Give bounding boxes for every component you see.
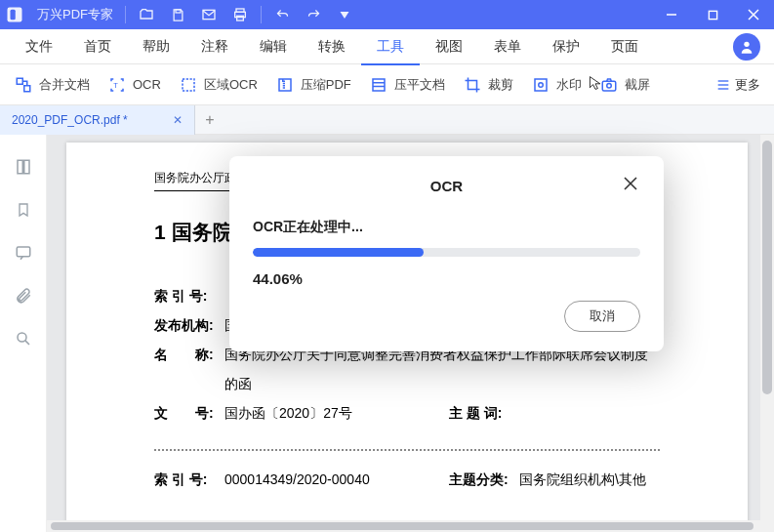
label-index2: 索 引 号: [154, 465, 224, 494]
ocr-button[interactable]: T OCR [103, 71, 165, 99]
print-icon[interactable] [231, 6, 249, 23]
ribbon-overflow[interactable]: 更多 [710, 71, 764, 99]
compress-icon [275, 75, 295, 95]
compress-button[interactable]: 压缩PDF [271, 71, 355, 99]
menu-home[interactable]: 首页 [68, 29, 127, 63]
menu-help[interactable]: 帮助 [127, 29, 185, 63]
crop-icon [463, 75, 482, 95]
menu-page[interactable]: 页面 [595, 29, 654, 63]
ocr-progress-dialog: OCR OCR正在处理中... 44.06% 取消 [229, 156, 664, 351]
scroll-thumb[interactable] [762, 141, 772, 394]
area-ocr-label: 区域OCR [204, 76, 258, 94]
merge-button[interactable]: 合并文档 [10, 71, 94, 99]
app-name: 万兴PDF专家 [37, 6, 113, 23]
quick-actions [138, 6, 249, 23]
save-icon[interactable] [169, 6, 186, 23]
redo-icon[interactable] [305, 6, 322, 23]
label-name: 名 称: [154, 340, 224, 398]
label-docnum: 文 号: [154, 398, 224, 428]
svg-rect-13 [24, 85, 30, 91]
ribbon-tools: 合并文档 T OCR 区域OCR 压缩PDF 压平文档 裁剪 水印 截屏 更多 [0, 64, 774, 105]
ocr-label: OCR [133, 77, 161, 92]
maximize-button[interactable] [692, 0, 733, 29]
header-left: 国务院办公厅政 [154, 170, 236, 186]
progress-fill [253, 248, 424, 257]
cancel-button[interactable]: 取消 [564, 301, 640, 332]
merge-icon [14, 75, 33, 95]
svg-rect-8 [709, 11, 716, 19]
menu-protect[interactable]: 保护 [537, 29, 595, 63]
label-publisher: 发布机构: [154, 310, 224, 340]
search-icon[interactable] [13, 328, 34, 349]
menu-form[interactable]: 表单 [478, 29, 537, 63]
svg-point-30 [18, 333, 26, 342]
flatten-button[interactable]: 压平文档 [365, 71, 449, 99]
svg-rect-12 [17, 78, 22, 84]
crop-label: 裁剪 [488, 76, 513, 94]
title-bar: 万兴PDF专家 [0, 0, 774, 29]
svg-rect-15 [183, 79, 194, 91]
compress-label: 压缩PDF [301, 76, 351, 94]
value-category: 国务院组织机构\其他 [519, 465, 660, 494]
minimize-button[interactable] [651, 0, 692, 29]
app-logo [0, 0, 29, 29]
more-label: 更多 [735, 76, 760, 94]
flatten-label: 压平文档 [394, 76, 445, 94]
svg-line-31 [24, 341, 28, 345]
hamburger-icon [713, 75, 733, 95]
svg-text:T: T [113, 81, 118, 90]
comments-icon[interactable] [13, 242, 34, 264]
tab-close-icon[interactable]: ✕ [173, 113, 183, 127]
svg-point-23 [607, 83, 612, 88]
label-index: 索 引 号: [154, 281, 224, 310]
close-button[interactable] [733, 0, 774, 29]
camera-icon [599, 75, 619, 95]
window-controls [651, 0, 774, 29]
thumbnails-icon[interactable] [13, 156, 34, 178]
tab-bar: 2020_PDF_OCR.pdf * ✕ + [0, 105, 774, 135]
separator [125, 6, 126, 23]
menu-view[interactable]: 视图 [420, 29, 478, 63]
mail-icon[interactable] [200, 6, 218, 23]
menu-file[interactable]: 文件 [10, 29, 68, 63]
dialog-title: OCR [430, 178, 463, 194]
menu-edit[interactable]: 编辑 [244, 29, 303, 63]
watermark-button[interactable]: 水印 [527, 71, 586, 99]
svg-point-11 [744, 41, 749, 46]
value-docnum: 国办函〔2020〕27号 [224, 398, 449, 428]
watermark-icon [531, 75, 550, 95]
undo-icon[interactable] [273, 6, 291, 23]
open-icon[interactable] [138, 6, 155, 23]
watermark-label: 水印 [556, 76, 582, 94]
label-category: 主题分类: [449, 465, 519, 494]
bookmark-icon[interactable] [13, 199, 34, 221]
user-avatar[interactable] [733, 33, 760, 61]
area-ocr-button[interactable]: 区域OCR [175, 71, 262, 99]
side-panel [0, 135, 47, 532]
vertical-scrollbar[interactable] [760, 135, 774, 532]
menu-convert[interactable]: 转换 [303, 29, 361, 63]
svg-rect-17 [373, 79, 385, 91]
tab-add-button[interactable]: + [195, 105, 224, 135]
menu-tools[interactable]: 工具 [361, 29, 420, 65]
separator [261, 6, 262, 23]
svg-rect-20 [535, 79, 547, 91]
crop-button[interactable]: 裁剪 [459, 71, 517, 99]
area-ocr-icon [179, 75, 198, 95]
document-tab[interactable]: 2020_PDF_OCR.pdf * ✕ [0, 105, 195, 135]
scroll-thumb[interactable] [51, 522, 754, 530]
more-icon[interactable] [336, 6, 353, 23]
row-index2: 索 引 号: 000014349/2020-00040 主题分类: 国务院组织机… [154, 465, 660, 494]
ocr-icon: T [107, 75, 127, 95]
svg-rect-27 [18, 160, 22, 174]
screenshot-button[interactable]: 截屏 [595, 71, 654, 99]
dialog-status: OCR正在处理中... [253, 219, 640, 236]
attachment-icon[interactable] [13, 285, 34, 307]
svg-rect-28 [23, 160, 28, 174]
svg-rect-22 [602, 81, 616, 91]
menu-comment[interactable]: 注释 [185, 29, 244, 63]
dialog-close-icon[interactable] [623, 176, 640, 193]
svg-rect-1 [11, 10, 16, 20]
horizontal-scrollbar[interactable] [47, 520, 760, 532]
value-index2: 000014349/2020-00040 [224, 465, 449, 494]
